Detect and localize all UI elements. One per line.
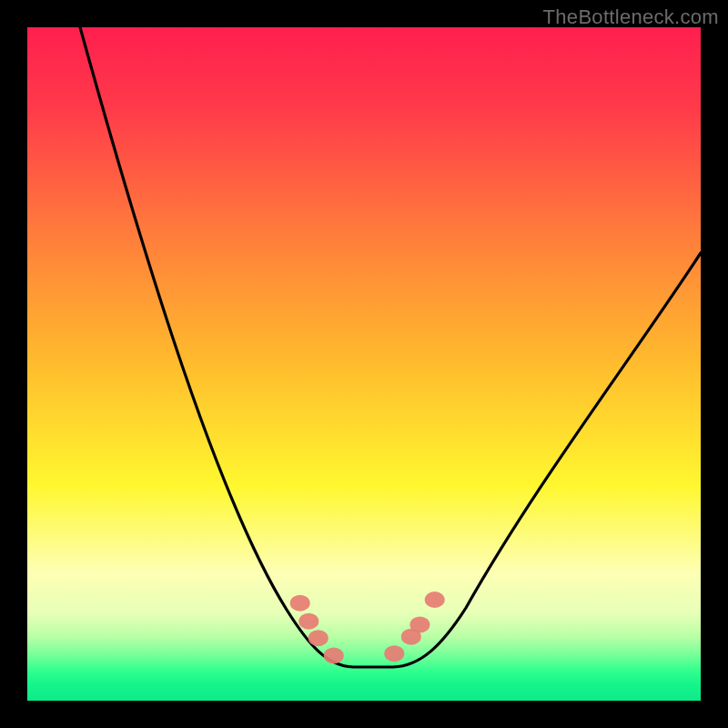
highlighted-points bbox=[290, 592, 445, 663]
marker-point bbox=[410, 616, 430, 632]
marker-point bbox=[290, 595, 310, 612]
bottleneck-curve bbox=[27, 27, 701, 701]
marker-point bbox=[324, 647, 344, 663]
marker-point bbox=[384, 645, 404, 662]
credit-label: TheBottleneck.com bbox=[543, 5, 719, 29]
marker-point bbox=[308, 630, 329, 646]
chart-panel bbox=[27, 27, 701, 701]
outer-frame: TheBottleneck.com bbox=[0, 0, 728, 728]
marker-point bbox=[298, 613, 318, 630]
marker-point bbox=[425, 592, 445, 608]
